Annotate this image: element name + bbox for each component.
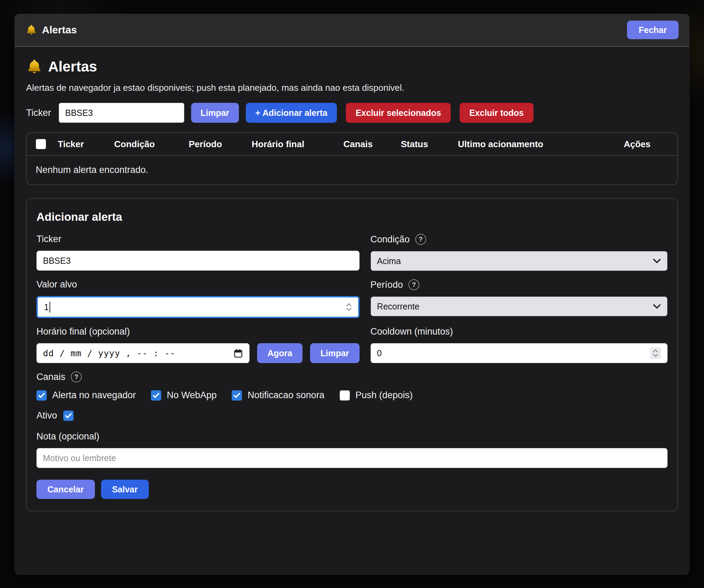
channel-label: Alerta no navegador [52, 390, 136, 401]
cooldown-value: 0 [377, 348, 382, 358]
valor-alvo-value: 1 [44, 302, 49, 312]
field-periodo: Período ? Recorrente [371, 279, 668, 318]
column-header-horario-final: Horário final [252, 139, 343, 150]
cooldown-field-label: Cooldown (minutos) [371, 326, 668, 337]
excluir-todos-button[interactable]: Excluir todos [460, 103, 533, 123]
canais-field-label: Canais ? [36, 371, 668, 382]
number-spinner[interactable] [346, 303, 352, 311]
alerts-modal: Alertas Fechar Alertas Alertas de navega… [14, 14, 690, 575]
periodo-selected-value: Recorrente [377, 302, 420, 312]
canais-help-icon[interactable]: ? [71, 371, 82, 382]
ticker-field-label: Ticker [36, 234, 360, 244]
form-grid: Ticker Condição ? Acima Valor a [36, 234, 668, 371]
condicao-selected-value: Acima [377, 256, 401, 266]
periodo-select[interactable]: Recorrente [371, 296, 668, 316]
checkbox-checked-icon[interactable] [232, 390, 242, 401]
limpar-button[interactable]: Limpar [191, 103, 239, 123]
alerts-table-header: Ticker Condição Período Horário final Ca… [27, 133, 677, 156]
page-title: Alertas [26, 58, 678, 75]
channel-label: No WebApp [167, 390, 217, 401]
ticker-filter-input[interactable] [59, 103, 184, 123]
canais-label-text: Canais [36, 372, 65, 382]
chevron-down-icon [653, 302, 661, 311]
field-horario-final: Horário final (opcional) dd / mm / yyyy … [36, 326, 360, 363]
salvar-button[interactable]: Salvar [101, 480, 149, 499]
channel-no-webapp[interactable]: No WebApp [151, 390, 217, 401]
modal-header-title: Alertas [25, 24, 77, 36]
column-header-periodo: Período [189, 139, 252, 150]
channel-notificacao-sonora[interactable]: Notificacao sonora [232, 390, 324, 401]
form-title: Adicionar alerta [36, 210, 668, 224]
channel-label: Notificacao sonora [248, 390, 324, 401]
periodo-label-text: Período [371, 280, 403, 290]
channel-push-depois[interactable]: Push (depois) [340, 390, 413, 401]
ativo-label: Ativo [36, 410, 57, 421]
field-cooldown: Cooldown (minutos) 0 [371, 326, 668, 363]
periodo-help-icon[interactable]: ? [408, 279, 419, 290]
valor-alvo-input[interactable]: 1 [36, 296, 360, 318]
modal-title-text: Alertas [42, 24, 77, 36]
limpar-horario-button[interactable]: Limpar [310, 343, 359, 363]
nota-field-label: Nota (opcional) [36, 431, 668, 442]
cooldown-input[interactable]: 0 [371, 343, 668, 363]
periodo-field-label: Período ? [371, 279, 668, 290]
excluir-selecionados-button[interactable]: Excluir selecionados [346, 103, 451, 123]
calendar-icon[interactable] [233, 348, 243, 358]
column-header-acoes: Ações [597, 139, 677, 150]
horario-final-row: dd / mm / yyyy , -- : -- Agora Limpar [36, 343, 360, 363]
column-header-ticker: Ticker [58, 139, 114, 150]
page-title-text: Alertas [48, 58, 97, 75]
condicao-help-icon[interactable]: ? [415, 234, 426, 245]
page-subtitle: Alertas de navegador ja estao disponivei… [26, 83, 678, 93]
field-condicao: Condição ? Acima [371, 234, 668, 271]
horario-final-field-label: Horário final (opcional) [36, 326, 360, 337]
add-alert-form: Adicionar alerta Ticker Condição ? Acima [26, 198, 678, 511]
toolbar: Ticker Limpar + Adicionar alerta Excluir… [26, 103, 678, 123]
column-header-canais: Canais [343, 139, 401, 150]
bell-icon [26, 58, 43, 75]
ativo-checkbox[interactable] [63, 411, 74, 421]
column-header-condicao: Condição [114, 139, 189, 150]
column-header-status: Status [401, 139, 458, 150]
datetime-placeholder-value: dd / mm / yyyy , -- : -- [43, 348, 175, 358]
ticker-label: Ticker [26, 108, 51, 118]
channel-alerta-navegador[interactable]: Alerta no navegador [36, 390, 136, 401]
checkbox-checked-icon[interactable] [151, 390, 161, 401]
modal-content: Alertas Alertas de navegador ja estao di… [14, 58, 690, 511]
field-valor-alvo: Valor alvo 1 [36, 279, 360, 318]
form-actions: Cancelar Salvar [36, 480, 668, 499]
ticker-input[interactable] [36, 251, 360, 271]
adicionar-alerta-button[interactable]: + Adicionar alerta [246, 103, 337, 123]
select-all-checkbox[interactable] [36, 139, 46, 149]
agora-button[interactable]: Agora [257, 343, 302, 363]
close-button[interactable]: Fechar [627, 21, 679, 39]
ativo-row: Ativo [36, 410, 668, 421]
number-spinner[interactable] [650, 347, 661, 359]
table-empty-message: Nenhum alerta encontrado. [27, 156, 677, 184]
canais-options: Alerta no navegador No WebApp Notificaca… [36, 390, 668, 401]
text-caret [50, 302, 50, 313]
nota-input[interactable] [36, 448, 668, 468]
field-ticker: Ticker [36, 234, 360, 271]
channel-label: Push (depois) [355, 390, 413, 401]
modal-header: Alertas Fechar [14, 14, 690, 47]
condicao-select[interactable]: Acima [371, 251, 668, 271]
horario-final-datetime-input[interactable]: dd / mm / yyyy , -- : -- [36, 343, 250, 363]
checkbox-unchecked-icon[interactable] [340, 390, 350, 401]
condicao-field-label: Condição ? [371, 234, 668, 245]
checkbox-checked-icon[interactable] [36, 390, 47, 401]
chevron-down-icon [653, 257, 661, 265]
cancelar-button[interactable]: Cancelar [36, 480, 95, 499]
valor-alvo-field-label: Valor alvo [36, 279, 360, 290]
column-header-ultimo-acionamento: Ultimo acionamento [458, 139, 597, 150]
alerts-table: Ticker Condição Período Horário final Ca… [26, 132, 678, 185]
condicao-label-text: Condição [371, 234, 410, 245]
bell-icon [25, 24, 37, 36]
